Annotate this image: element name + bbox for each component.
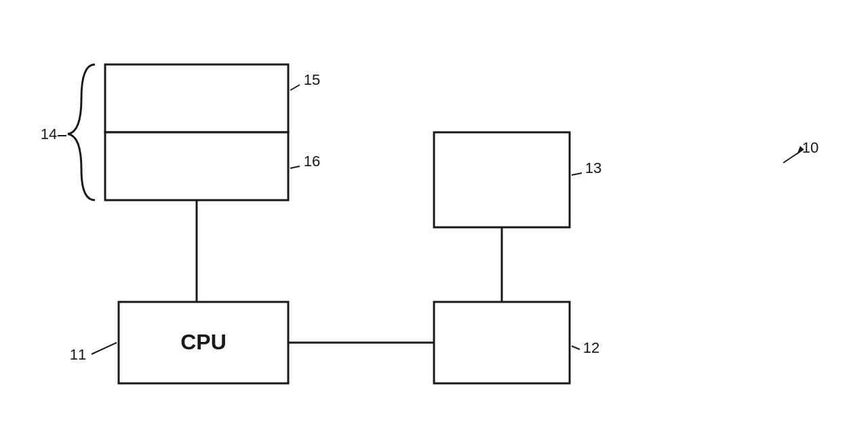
ref-12-label: 12	[583, 339, 599, 356]
box-15	[105, 64, 288, 132]
cpu-label: CPU	[180, 330, 226, 354]
ref-11-label: 11	[70, 346, 86, 363]
svg-line-5	[572, 346, 580, 349]
svg-line-4	[572, 173, 582, 175]
box-12	[434, 302, 570, 383]
box-13	[434, 132, 570, 227]
svg-line-0	[92, 343, 117, 354]
svg-line-2	[290, 85, 300, 90]
brace-14	[68, 64, 95, 200]
ref-10-label: 10	[802, 139, 818, 156]
ref-16-label: 16	[304, 153, 320, 170]
ref-13-label: 13	[585, 159, 601, 176]
ref-15-label: 15	[304, 71, 320, 88]
box-16	[105, 132, 288, 200]
svg-line-3	[290, 166, 300, 168]
ref-14-label: 14	[41, 126, 57, 142]
diagram-container: CPU 11 14 15 16 13	[0, 0, 868, 422]
